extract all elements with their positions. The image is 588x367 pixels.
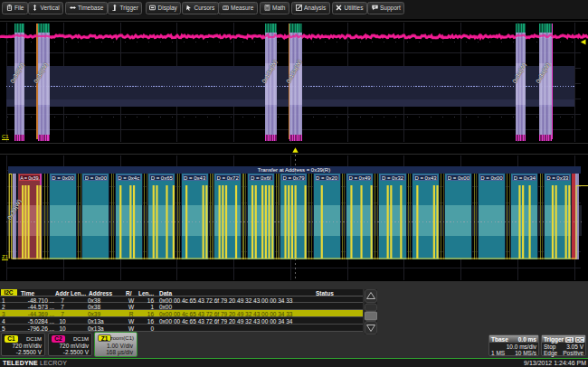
- svg-text:13: 13: [223, 6, 227, 10]
